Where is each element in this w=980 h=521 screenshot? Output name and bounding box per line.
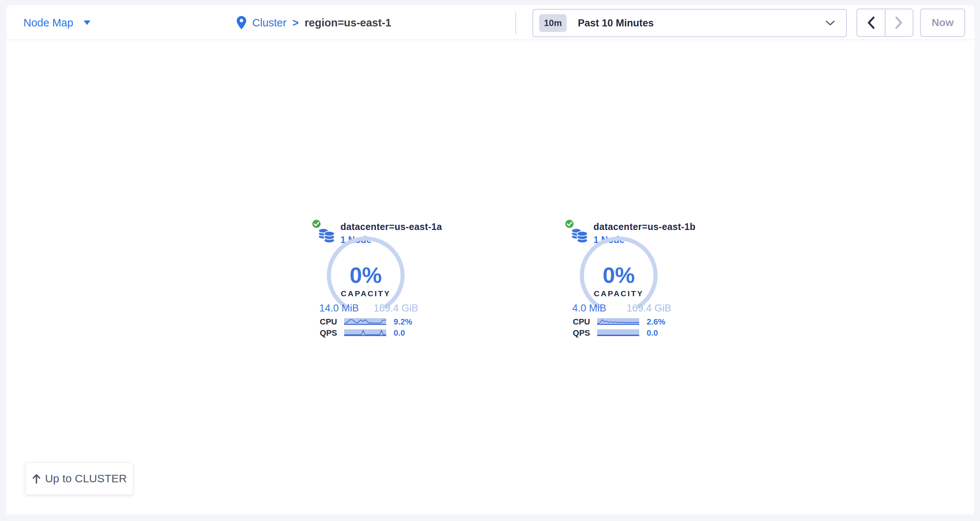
time-range-select[interactable]: 10m Past 10 Minutes: [532, 9, 847, 37]
up-to-cluster-button[interactable]: Up to CLUSTER: [25, 462, 133, 495]
health-check-icon: [311, 218, 322, 229]
qps-value: 0.0: [647, 329, 658, 336]
breadcrumb-cluster-link[interactable]: Cluster: [252, 17, 286, 29]
capacity-total: 169.4 GiB: [374, 303, 418, 314]
qps-sparkline: [597, 329, 639, 336]
qps-label: QPS: [309, 329, 337, 336]
chevron-left-icon: [867, 16, 875, 29]
capacity-label: CAPACITY: [578, 290, 660, 297]
datacenter-card[interactable]: datacenter=us-east-1a 1 Node 0% CAPACITY…: [309, 218, 432, 341]
view-selector[interactable]: Node Map: [24, 5, 91, 40]
datacenter-title: datacenter=us-east-1b: [593, 221, 695, 232]
chevron-down-icon: [826, 21, 835, 25]
qps-row: QPS 0.0: [309, 329, 432, 336]
breadcrumb: Cluster > region=us-east-1: [237, 5, 391, 40]
capacity-total: 169.4 GiB: [627, 303, 671, 314]
cpu-sparkline: [344, 318, 386, 325]
up-arrow-icon: [32, 473, 41, 484]
capacity-label: CAPACITY: [325, 290, 407, 297]
cpu-row: CPU 2.6%: [562, 318, 685, 325]
location-pin-icon: [237, 16, 246, 29]
cpu-row: CPU 9.2%: [309, 318, 432, 325]
qps-label: QPS: [562, 329, 590, 336]
time-next-button[interactable]: [886, 9, 913, 36]
node-map-canvas: datacenter=us-east-1a 1 Node 0% CAPACITY…: [6, 41, 974, 514]
qps-value: 0.0: [394, 329, 405, 336]
now-button[interactable]: Now: [920, 8, 965, 37]
app-sheet: Node Map Cluster > region=us-east-1 10m …: [6, 5, 974, 514]
time-range-label: Past 10 Minutes: [578, 18, 654, 29]
topbar-divider: [515, 11, 516, 34]
cpu-label: CPU: [309, 318, 337, 325]
capacity-percent: 0%: [325, 264, 407, 287]
cpu-sparkline: [597, 318, 639, 325]
view-selector-label: Node Map: [24, 17, 73, 29]
chevron-right-icon: [895, 16, 903, 29]
time-prev-button[interactable]: [857, 9, 886, 36]
time-nav-group: [856, 8, 913, 37]
up-to-cluster-label: Up to CLUSTER: [45, 472, 127, 485]
qps-row: QPS 0.0: [562, 329, 685, 336]
health-check-icon: [564, 218, 575, 229]
node-map-page: { "page": { "background": "#f4f5f9" }, "…: [0, 0, 980, 521]
datacenter-title: datacenter=us-east-1a: [340, 221, 442, 232]
capacity-used: 14.0 MiB: [319, 303, 359, 314]
cpu-label: CPU: [562, 318, 590, 325]
time-range-badge: 10m: [539, 14, 566, 32]
cpu-value: 9.2%: [394, 318, 412, 325]
qps-sparkline: [344, 329, 386, 336]
capacity-values: 4.0 MiB 169.4 GiB: [572, 303, 671, 314]
breadcrumb-current: region=us-east-1: [305, 17, 391, 29]
capacity-used: 4.0 MiB: [572, 303, 606, 314]
topbar: Node Map Cluster > region=us-east-1 10m …: [6, 5, 974, 40]
caret-down-icon: [84, 21, 91, 25]
cpu-value: 2.6%: [647, 318, 665, 325]
capacity-values: 14.0 MiB 169.4 GiB: [319, 303, 418, 314]
datacenter-card[interactable]: datacenter=us-east-1b 1 Node 0% CAPACITY…: [562, 218, 685, 341]
capacity-percent: 0%: [578, 264, 660, 287]
breadcrumb-separator: >: [293, 17, 299, 29]
